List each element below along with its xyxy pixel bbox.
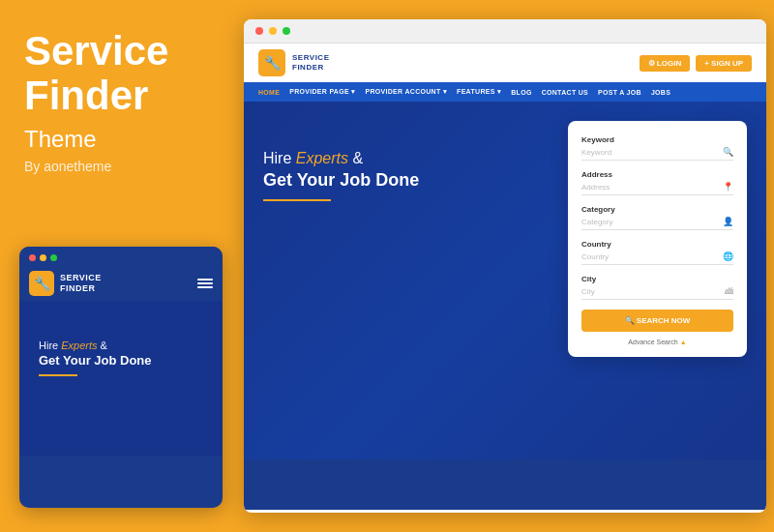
search-icon: 🔍 [723, 147, 733, 157]
mobile-hire-text: Hire Experts & [39, 340, 203, 351]
address-row: Address 📍 [581, 182, 733, 195]
website-logo-icon: 🔧 [258, 49, 285, 76]
website-header: 🔧 SERVICE FINDER ⚙ LOGIN + SIGN UP [244, 44, 766, 82]
website-nav: HOME PROVIDER PAGE ▾ PROVIDER ACCOUNT ▾ … [244, 82, 766, 102]
nav-item-provider-account[interactable]: PROVIDER ACCOUNT ▾ [365, 88, 447, 96]
mobile-traffic-lights [29, 254, 57, 261]
country-label: Country [581, 240, 733, 249]
mobile-dot-green [50, 254, 57, 261]
country-icon: 🌐 [723, 251, 733, 261]
browser-dot-green[interactable] [283, 27, 290, 35]
search-now-button[interactable]: 🔍 SEARCH NOW [581, 310, 733, 332]
mobile-mockup: 🔧 SERVICE FINDER Hire Experts & Get Your… [19, 247, 223, 508]
city-row: City 🏙 [581, 286, 733, 300]
search-field-category: Category Category 👤 [581, 205, 733, 230]
browser-dot-yellow[interactable] [269, 27, 277, 35]
hero-underline [263, 199, 331, 201]
category-placeholder: Category [581, 218, 612, 226]
brand-by: By aonetheme [24, 159, 213, 174]
address-placeholder: Address [581, 183, 610, 192]
brand-subtitle: Theme [24, 126, 213, 153]
keyword-row: Keyword 🔍 [581, 147, 733, 161]
nav-item-home[interactable]: HOME [258, 89, 280, 96]
search-field-keyword: Keyword Keyword 🔍 [581, 135, 733, 161]
browser-mockup: 🔧 SERVICE FINDER ⚙ LOGIN + SIGN UP HOME … [244, 19, 766, 513]
nav-item-blog[interactable]: BLOG [511, 89, 531, 96]
mobile-hero: Hire Experts & Get Your Job Done [19, 301, 223, 456]
country-row: Country 🌐 [581, 251, 733, 265]
mobile-titlebar [19, 247, 223, 266]
search-field-country: Country Country 🌐 [581, 240, 733, 265]
mobile-logo-row: 🔧 SERVICE FINDER [19, 266, 223, 301]
mobile-logo-text: SERVICE FINDER [60, 273, 102, 294]
country-placeholder: Country [581, 252, 609, 261]
hero-line2: Get Your Job Done [263, 170, 419, 192]
mobile-dot-yellow [40, 254, 46, 261]
city-placeholder: City [581, 287, 595, 296]
nav-item-jobs[interactable]: JOBS [651, 89, 670, 96]
keyword-label: Keyword [581, 135, 733, 144]
login-button[interactable]: ⚙ LOGIN [640, 55, 691, 72]
mobile-underline [39, 374, 77, 376]
search-card: Keyword Keyword 🔍 Address Address 📍 [568, 121, 747, 357]
nav-item-contact[interactable]: CONTACT US [542, 89, 588, 96]
location-icon: 📍 [723, 182, 733, 192]
website-logo: 🔧 SERVICE FINDER [258, 49, 329, 76]
search-field-city: City City 🏙 [581, 275, 733, 300]
browser-titlebar [244, 19, 766, 44]
nav-item-post-job[interactable]: POST A JOB [598, 89, 641, 96]
browser-dot-red[interactable] [255, 27, 263, 35]
website-hero: Hire Experts & Get Your Job Done Keyword… [244, 102, 766, 459]
mobile-dot-red [29, 254, 36, 261]
website-logo-text: SERVICE FINDER [292, 53, 329, 74]
city-label: City [581, 275, 733, 283]
hero-line1: Hire Experts & [263, 150, 419, 167]
website-inner: 🔧 SERVICE FINDER ⚙ LOGIN + SIGN UP HOME … [244, 44, 766, 510]
website-header-buttons: ⚙ LOGIN + SIGN UP [640, 55, 752, 72]
keyword-placeholder: Keyword [581, 148, 611, 157]
mobile-job-done: Get Your Job Done [39, 353, 203, 369]
nav-item-provider-page[interactable]: PROVIDER PAGE ▾ [289, 88, 355, 96]
category-icon: 👤 [723, 217, 733, 226]
mobile-logo-icon: 🔧 [29, 271, 54, 296]
category-label: Category [581, 205, 733, 214]
category-row: Category 👤 [581, 217, 733, 230]
nav-item-features[interactable]: FEATURES ▾ [457, 88, 501, 96]
hero-content: Hire Experts & Get Your Job Done [263, 150, 419, 201]
brand-title: Service Finder [24, 29, 213, 118]
mobile-menu-icon[interactable] [197, 279, 213, 288]
search-field-address: Address Address 📍 [581, 170, 733, 195]
signup-button[interactable]: + SIGN UP [696, 55, 752, 72]
address-label: Address [581, 170, 733, 179]
advance-search-link[interactable]: Advance Search ▲ [581, 339, 733, 345]
left-panel: Service Finder Theme By aonetheme 🔧 SERV… [0, 0, 237, 532]
city-icon: 🏙 [725, 286, 733, 296]
